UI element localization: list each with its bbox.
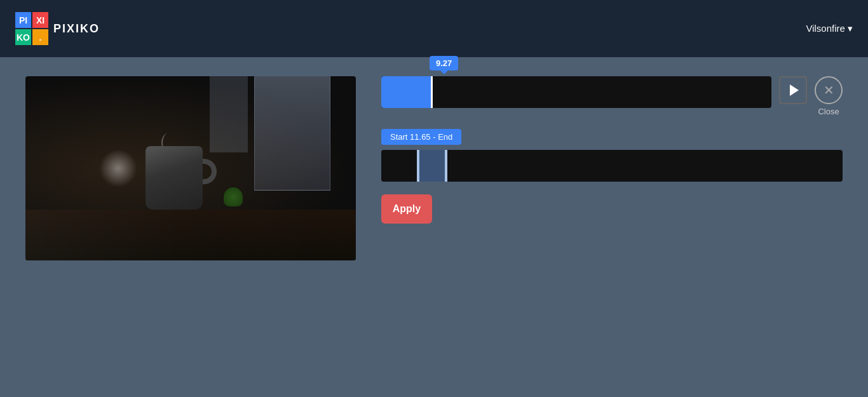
logo-grid: PI XI KO .: [15, 12, 48, 45]
logo: PI XI KO . PIXIKO: [15, 12, 100, 45]
trim-row: Start 11.65 - End: [381, 129, 843, 182]
timeline-cursor: [431, 76, 433, 108]
logo-dot: .: [32, 29, 48, 45]
apply-button[interactable]: Apply: [381, 194, 432, 224]
trim-bar[interactable]: [381, 150, 843, 182]
play-button[interactable]: [779, 76, 807, 104]
main-content: 9.27 ✕ Close Start 11.65 - End: [0, 57, 868, 397]
timeline-bar[interactable]: [381, 76, 771, 108]
header: PI XI KO . PIXIKO Vilsonfire ▾: [0, 0, 868, 57]
trim-label: Start 11.65 - End: [381, 129, 461, 145]
controls-section: 9.27 ✕ Close Start 11.65 - End: [381, 76, 843, 224]
timeline-container: 9.27: [381, 76, 771, 108]
logo-xi: XI: [32, 12, 48, 28]
playback-row: 9.27 ✕ Close: [381, 76, 843, 116]
trim-selected-region: [417, 150, 447, 182]
bg-light-source: [99, 149, 137, 187]
mug-handle: [203, 159, 217, 184]
plant: [224, 187, 243, 213]
close-x-icon: ✕: [824, 84, 834, 97]
username-label: Vilsonfire ▾: [806, 23, 853, 34]
video-thumbnail: [25, 76, 356, 260]
close-circle: ✕: [815, 76, 843, 104]
mug-body: [146, 146, 203, 210]
close-label: Close: [818, 107, 839, 116]
coffee-mug: [139, 146, 209, 222]
trim-label-container: Start 11.65 - End: [381, 129, 843, 145]
timeline-played: [381, 76, 432, 108]
close-button[interactable]: ✕ Close: [815, 76, 843, 116]
logo-pi: PI: [15, 12, 31, 28]
play-icon: [790, 84, 799, 96]
logo-ko: KO: [15, 29, 31, 45]
coffee-scene-image: [25, 76, 356, 260]
plant-leaves: [224, 187, 243, 206]
logo-text: PIXIKO: [53, 22, 100, 36]
user-menu[interactable]: Vilsonfire ▾: [806, 23, 853, 34]
window-light: [254, 76, 330, 191]
window-light-2: [210, 76, 248, 152]
time-tooltip: 9.27: [430, 56, 458, 71]
